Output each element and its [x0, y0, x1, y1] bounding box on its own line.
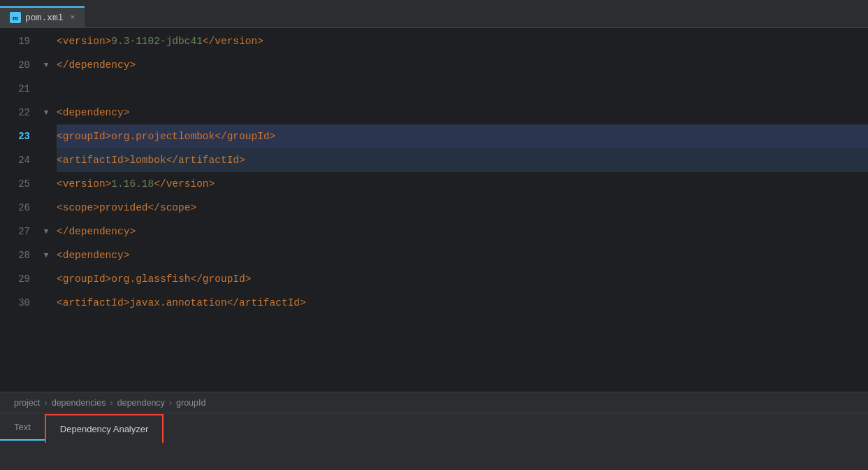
code-line-20: </dependency> [57, 53, 868, 77]
breadcrumb-item-current[interactable]: groupId [176, 398, 205, 408]
tab-dependency-analyzer-label: Dependency Analyzer [60, 424, 148, 434]
line-number: 30 [0, 291, 30, 315]
fold-icon [38, 196, 54, 220]
tab-dependency-analyzer[interactable]: Dependency Analyzer [45, 414, 164, 443]
code-line-23: <groupId>org.projectlombok</groupId> [57, 124, 868, 148]
bottom-tab-bar: Text Dependency Analyzer [0, 413, 868, 442]
fold-column: ▼ ▼ ▼ ▼ [38, 28, 54, 392]
tab-bar: m pom.xml × [0, 0, 868, 28]
code-line-21 [57, 77, 868, 101]
code-line-25: <version>1.16.18</version> [57, 172, 868, 196]
fold-icon [38, 77, 54, 101]
breadcrumb-item[interactable]: project [14, 398, 41, 408]
code-line-30: <artifactId>javax.annotation</artifactId… [57, 291, 868, 315]
code-line-28: <dependency> [57, 243, 868, 267]
code-line-26: <scope>provided</scope> [57, 196, 868, 220]
breadcrumb-separator: › [169, 398, 172, 408]
code-content[interactable]: <version>9.3-1102-jdbc41</version> </dep… [54, 28, 868, 392]
tab-filename: pom.xml [25, 13, 64, 23]
line-number: 25 [0, 172, 30, 196]
breadcrumb-separator: › [45, 398, 48, 408]
line-number: 26 [0, 196, 30, 220]
line-number-current: 23 [0, 124, 30, 148]
line-number: 27 [0, 220, 30, 243]
fold-icon [38, 148, 54, 172]
line-number: 20 [0, 53, 30, 77]
fold-icon [38, 267, 54, 291]
line-number: 24 [0, 148, 30, 172]
fold-icon [38, 172, 54, 196]
code-line-27: </dependency> [57, 220, 868, 243]
tab-text[interactable]: Text [0, 413, 45, 442]
tab-close-button[interactable]: × [71, 13, 75, 22]
tab-text-label: Text [14, 422, 31, 432]
line-number: 21 [0, 77, 30, 101]
line-number: 22 [0, 101, 30, 124]
code-line-22: <dependency> [57, 101, 868, 124]
line-numbers: 19 20 21 22 23 24 25 26 27 28 29 30 [0, 28, 38, 392]
line-number: 28 [0, 243, 30, 267]
breadcrumb-separator: › [110, 398, 113, 408]
line-number: 19 [0, 29, 30, 53]
fold-icon[interactable]: ▼ [38, 53, 54, 77]
code-line-19: <version>9.3-1102-jdbc41</version> [57, 29, 868, 53]
fold-icon [38, 291, 54, 315]
maven-icon: m [10, 12, 21, 23]
fold-icon[interactable]: ▼ [38, 220, 54, 243]
breadcrumb: project › dependencies › dependency › gr… [0, 392, 868, 413]
code-line-29: <groupId>org.glassfish</groupId> [57, 267, 868, 291]
fold-icon[interactable]: ▼ [38, 101, 54, 124]
fold-icon[interactable]: ▼ [38, 243, 54, 267]
tab-pom-xml[interactable]: m pom.xml × [0, 6, 85, 27]
breadcrumb-item[interactable]: dependencies [52, 398, 106, 408]
fold-icon [38, 124, 54, 148]
line-number: 29 [0, 267, 30, 291]
fold-icon [38, 29, 54, 53]
code-line-24: <artifactId>lombok</artifactId> [57, 148, 868, 172]
code-editor: 19 20 21 22 23 24 25 26 27 28 29 30 ▼ ▼ … [0, 28, 868, 392]
breadcrumb-item[interactable]: dependency [117, 398, 165, 408]
